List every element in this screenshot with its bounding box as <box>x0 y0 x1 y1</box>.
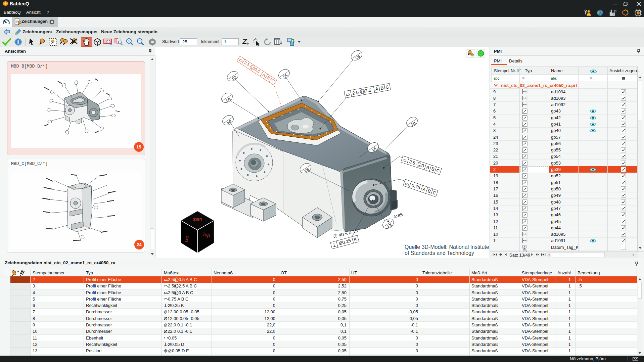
svg-text:A: A <box>523 245 525 248</box>
svg-text:of Standards and Technology: of Standards and Technology <box>405 250 474 256</box>
svg-text:2.5: 2.5 <box>365 88 372 94</box>
svg-text:Quelle 3D-Modell: National Ins: Quelle 3D-Modell: National Institute <box>405 244 489 250</box>
svg-text:Back: Back <box>193 217 202 222</box>
svg-text:2.5: 2.5 <box>352 90 359 96</box>
svg-text:85: 85 <box>397 212 404 218</box>
